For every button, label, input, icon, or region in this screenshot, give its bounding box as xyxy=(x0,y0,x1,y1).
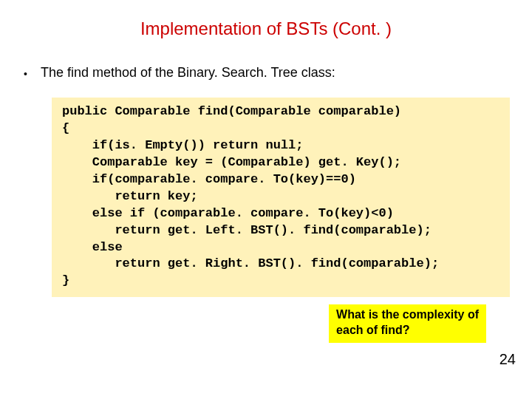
bullet-item: • The find method of the Binary. Search.… xyxy=(24,65,532,83)
question-line-2: each of find? xyxy=(336,323,479,338)
question-callout: What is the complexity of each of find? xyxy=(329,304,486,343)
slide-title: Implementation of BSTs (Cont. ) xyxy=(0,18,532,39)
page-number: 24 xyxy=(499,351,516,368)
question-line-1: What is the complexity of xyxy=(336,307,479,323)
bullet-text: The find method of the Binary. Search. T… xyxy=(41,65,335,81)
bullet-marker: • xyxy=(24,65,27,83)
code-block: public Comparable find(Comparable compar… xyxy=(52,98,510,297)
